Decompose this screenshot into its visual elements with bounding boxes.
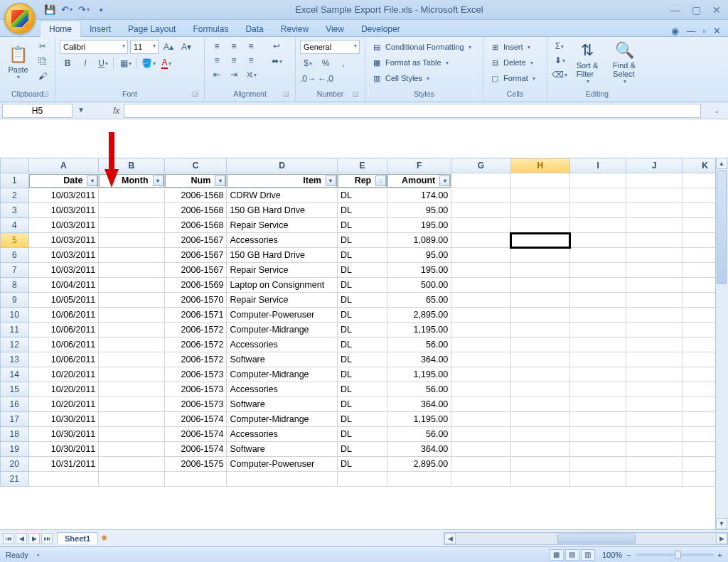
cell[interactable]: 2006-1569	[164, 278, 227, 293]
cell[interactable]: 95.00	[387, 203, 451, 218]
row-header[interactable]: 11	[1, 323, 29, 337]
cell[interactable]: DL	[337, 367, 387, 382]
cell[interactable]: Laptop on Consignment	[227, 278, 338, 293]
row-header[interactable]: 16	[1, 397, 29, 412]
align-left-icon[interactable]: ≡	[209, 54, 225, 67]
cell[interactable]: 364.00	[387, 442, 451, 457]
cell[interactable]: Computer-Midrange	[227, 367, 338, 382]
cell[interactable]: 10/03/2011	[28, 263, 99, 278]
cell[interactable]	[510, 427, 569, 442]
cell[interactable]: DL	[337, 442, 387, 457]
cell[interactable]: 2006-1573	[164, 397, 227, 412]
row-header[interactable]: 5	[1, 233, 29, 248]
cell[interactable]	[451, 397, 510, 412]
cell[interactable]	[99, 442, 164, 457]
col-header-J[interactable]: J	[626, 158, 682, 173]
cell[interactable]	[451, 248, 510, 263]
cell[interactable]: Repair Service	[227, 263, 338, 278]
cell[interactable]	[570, 352, 626, 367]
view-page-layout-icon[interactable]: ▤	[565, 549, 579, 561]
autosum-icon[interactable]: Σ▾	[552, 40, 567, 53]
cell[interactable]: 364.00	[387, 397, 451, 412]
cell[interactable]: DL	[337, 188, 387, 203]
cell[interactable]: 2006-1572	[164, 323, 227, 337]
cell[interactable]: 2,895.00	[387, 457, 451, 472]
cell[interactable]: Computer-Poweruser	[227, 308, 338, 323]
cell[interactable]: DL	[337, 382, 387, 397]
select-all-button[interactable]	[1, 158, 29, 173]
decrease-font-icon[interactable]: A▾	[178, 40, 194, 53]
cell[interactable]: 2006-1567	[164, 233, 227, 248]
vscroll-thumb[interactable]	[717, 171, 727, 284]
scroll-right-icon[interactable]: ▶	[716, 533, 727, 544]
cell[interactable]	[510, 263, 569, 278]
cell[interactable]: DL	[337, 412, 387, 427]
cell[interactable]: 150 GB Hard Drive	[227, 203, 338, 218]
cell[interactable]	[510, 412, 569, 427]
cell[interactable]: 1,089.00	[387, 233, 451, 248]
close-button[interactable]: ✕	[712, 4, 721, 16]
format-as-table-button[interactable]: ▦Format as Table▾	[370, 55, 473, 70]
row-header[interactable]: 15	[1, 382, 29, 397]
filter-button[interactable]: ▾	[326, 175, 336, 186]
accounting-format-icon[interactable]: $▾	[300, 57, 316, 70]
sheet-nav-first-icon[interactable]: ⏮	[3, 533, 14, 544]
cell[interactable]	[626, 293, 682, 308]
tab-page-layout[interactable]: Page Layout	[119, 21, 184, 36]
format-cells-button[interactable]: ▢Format▾	[488, 71, 537, 85]
header-cell[interactable]: Item▾	[227, 173, 338, 188]
col-header-C[interactable]: C	[164, 158, 227, 173]
row-header[interactable]: 2	[1, 188, 29, 203]
cell[interactable]: 10/31/2011	[28, 457, 99, 472]
cell[interactable]	[451, 308, 510, 323]
cell[interactable]	[99, 308, 164, 323]
tab-insert[interactable]: Insert	[81, 21, 119, 36]
cell[interactable]	[570, 412, 626, 427]
cell[interactable]: 2006-1568	[164, 203, 227, 218]
merge-center-button[interactable]: ⬌▾	[264, 55, 289, 67]
align-top-icon[interactable]: ≡	[209, 40, 225, 53]
tab-home[interactable]: Home	[40, 21, 81, 37]
cell[interactable]	[570, 248, 626, 263]
fill-color-button[interactable]: 🪣▾	[141, 57, 156, 70]
grid[interactable]: A B C D E F G H I J K 1Date▾Month▾Num▾It…	[0, 158, 728, 487]
align-bottom-icon[interactable]: ≡	[243, 40, 259, 53]
cell[interactable]	[626, 233, 682, 248]
cell[interactable]	[570, 427, 626, 442]
tab-review[interactable]: Review	[272, 21, 317, 36]
cell[interactable]	[510, 382, 569, 397]
cell-styles-button[interactable]: ▥Cell Styles▾	[370, 71, 473, 85]
cell[interactable]: 2006-1574	[164, 442, 227, 457]
cell[interactable]: 10/20/2011	[28, 367, 99, 382]
scroll-down-icon[interactable]: ▼	[716, 518, 727, 529]
cell[interactable]	[99, 293, 164, 308]
cell[interactable]	[510, 173, 569, 188]
cell[interactable]: 2006-1571	[164, 308, 227, 323]
cell[interactable]	[451, 188, 510, 203]
cell[interactable]: Computer-Midrange	[227, 323, 338, 337]
cell[interactable]	[387, 472, 451, 487]
cell[interactable]: 195.00	[387, 263, 451, 278]
cell[interactable]	[510, 248, 569, 263]
cell[interactable]: 10/06/2011	[28, 308, 99, 323]
align-center-icon[interactable]: ≡	[226, 54, 242, 67]
font-name-select[interactable]: Calibri	[60, 40, 128, 54]
cell[interactable]	[451, 427, 510, 442]
cell[interactable]: 2006-1573	[164, 367, 227, 382]
cell[interactable]: Computer-Poweruser	[227, 457, 338, 472]
cell[interactable]: 10/03/2011	[28, 218, 99, 233]
row-header[interactable]: 6	[1, 248, 29, 263]
align-right-icon[interactable]: ≡	[243, 54, 259, 67]
cell[interactable]	[510, 442, 569, 457]
cell[interactable]: Software	[227, 352, 338, 367]
font-launcher-icon[interactable]: ◲	[192, 90, 198, 97]
cell[interactable]	[570, 382, 626, 397]
save-icon[interactable]: 💾	[43, 3, 57, 17]
clear-icon[interactable]: ⌫▾	[552, 68, 567, 81]
minimize-button[interactable]: —	[670, 4, 680, 16]
cell[interactable]: 1,195.00	[387, 412, 451, 427]
row-header[interactable]: 10	[1, 308, 29, 323]
cell[interactable]: 2006-1574	[164, 427, 227, 442]
cell[interactable]: 56.00	[387, 337, 451, 352]
cell[interactable]: 2006-1568	[164, 188, 227, 203]
